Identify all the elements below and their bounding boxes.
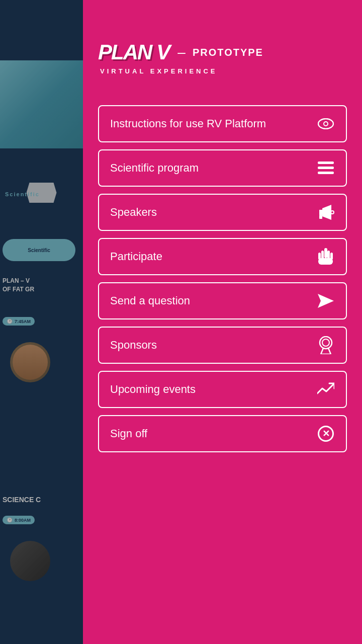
svg-point-17 [320,337,332,349]
svg-line-20 [328,348,331,354]
eye-icon [317,115,335,133]
close-circle-shape: ✕ [318,426,334,442]
logo-container: PLAN V – PROTOTYPE [98,40,347,64]
svg-rect-15 [318,258,333,265]
navigation-drawer: PLAN V – PROTOTYPE VIRTUAL EXPERIENCE In… [83,0,362,644]
menu-lines-icon [317,159,335,177]
svg-rect-5 [318,172,334,174]
svg-point-2 [324,122,327,125]
menu-item-instructions[interactable]: Instructions for use RV Platform [98,105,347,142]
trending-icon [317,380,335,398]
menu-label-upcoming-events: Upcoming events [110,383,196,396]
svg-rect-8 [319,215,322,219]
svg-rect-13 [327,251,330,259]
menu-item-scientific-program[interactable]: Scientific program [98,149,347,187]
megaphone-icon [317,203,335,221]
menu-item-send-question[interactable]: Send a question [98,282,347,319]
menu-item-speakers[interactable]: Speakers [98,194,347,231]
svg-point-18 [322,339,329,346]
svg-rect-11 [321,251,324,259]
send-icon [317,292,335,310]
svg-line-19 [321,348,323,354]
logo-plan: PLAN [98,40,151,64]
logo-v: V [156,40,170,64]
menu-item-participate[interactable]: Participate [98,238,347,275]
award-icon [317,336,335,354]
svg-rect-4 [318,167,334,169]
logo-separator: – [177,44,186,60]
hand-icon [317,248,335,266]
svg-rect-10 [324,248,327,258]
logo-prototype: PROTOTYPE [193,47,263,58]
menu-label-participate: Participate [110,250,162,263]
menu-item-upcoming-events[interactable]: Upcoming events [98,371,347,408]
svg-point-9 [331,211,334,214]
menu-label-speakers: Speakers [110,206,157,219]
svg-marker-7 [322,205,331,220]
background-overlay [0,0,83,644]
menu-label-send-question: Send a question [110,294,190,307]
svg-marker-16 [318,294,334,308]
menu-label-sponsors: Sponsors [110,339,157,352]
menu-list: Instructions for use RV Platform Scienti… [98,105,347,452]
logo-area: PLAN V – PROTOTYPE VIRTUAL EXPERIENCE [98,40,347,75]
menu-label-sign-off: Sign off [110,427,147,440]
virtual-experience-label: VIRTUAL EXPERIENCE [98,67,347,75]
svg-rect-3 [318,162,334,164]
menu-label-instructions: Instructions for use RV Platform [110,117,266,130]
menu-label-scientific-program: Scientific program [110,162,199,175]
menu-item-sponsors[interactable]: Sponsors [98,327,347,364]
menu-item-sign-off[interactable]: Sign off ✕ [98,415,347,452]
close-circle-icon: ✕ [317,425,335,443]
svg-marker-6 [319,210,322,215]
